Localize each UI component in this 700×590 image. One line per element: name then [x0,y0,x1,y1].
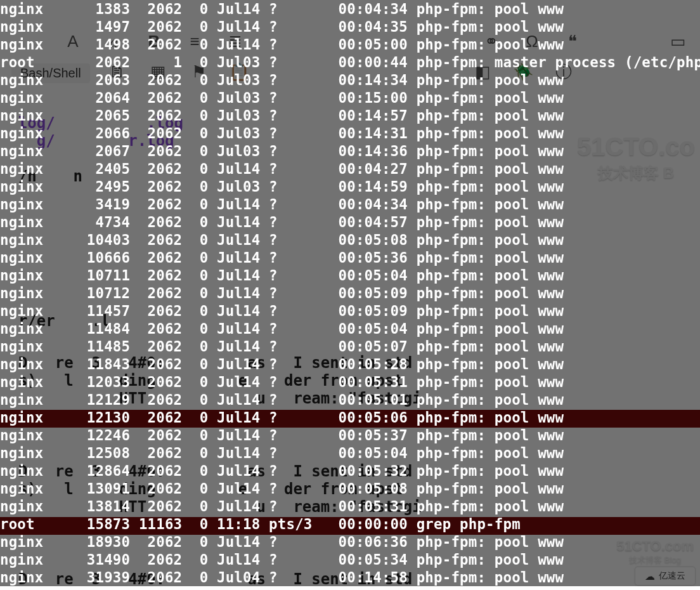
process-row: nginx 11843 2062 0 Jul14 ? 00:05:28 php-… [0,355,700,373]
process-row: nginx 12129 2062 0 Jul14 ? 00:05:01 php-… [0,391,700,409]
process-row: root 15873 11163 0 11:18 pts/3 00:00:00 … [0,515,700,533]
process-row: nginx 12508 2062 0 Jul14 ? 00:05:04 php-… [0,444,700,462]
process-row: root 2062 1 0 Jul03 ? 00:00:44 php-fpm: … [0,53,700,71]
process-row: nginx 18930 2062 0 Jul14 ? 00:06:36 php-… [0,533,700,551]
process-row: nginx 13814 2062 0 Jul14 ? 00:05:31 php-… [0,497,700,515]
process-row: nginx 1497 2062 0 Jul14 ? 00:04:35 php-f… [0,18,700,36]
process-row: nginx 12246 2062 0 Jul14 ? 00:05:37 php-… [0,426,700,444]
process-row: nginx 2405 2062 0 Jul14 ? 00:04:27 php-f… [0,160,700,178]
process-row: nginx 2064 2062 0 Jul03 ? 00:15:00 php-f… [0,89,700,107]
process-row: nginx 12033 2062 0 Jul14 ? 00:05:31 php-… [0,373,700,391]
process-row: nginx 10666 2062 0 Jul14 ? 00:05:36 php-… [0,249,700,266]
process-row: nginx 2495 2062 0 Jul03 ? 00:14:59 php-f… [0,178,700,195]
process-row: nginx 11484 2062 0 Jul14 ? 00:05:04 php-… [0,320,700,338]
process-row: nginx 2065 2062 0 Jul03 ? 00:14:57 php-f… [0,107,700,124]
process-row: nginx 10403 2062 0 Jul14 ? 00:05:08 php-… [0,231,700,249]
process-row: nginx 1498 2062 0 Jul14 ? 00:05:00 php-f… [0,36,700,53]
process-row: nginx 31490 2062 0 Jul14 ? 00:05:34 php-… [0,551,700,568]
process-row: nginx 2066 2062 0 Jul03 ? 00:14:31 php-f… [0,124,700,142]
process-row: nginx 13091 2062 0 Jul14 ? 00:05:08 php-… [0,480,700,497]
process-row: nginx 2067 2062 0 Jul03 ? 00:14:36 php-f… [0,142,700,160]
process-row: nginx 31939 2062 0 Jul04 ? 00:14:58 php-… [0,568,700,586]
process-row: nginx 2063 2062 0 Jul03 ? 00:14:34 php-f… [0,71,700,89]
process-row: nginx 1383 2062 0 Jul14 ? 00:04:34 php-f… [0,0,700,18]
process-row: nginx 12130 2062 0 Jul14 ? 00:05:06 php-… [0,409,700,426]
terminal-output[interactable]: nginx 1383 2062 0 Jul14 ? 00:04:34 php-f… [0,0,700,590]
process-row: nginx 10712 2062 0 Jul14 ? 00:05:09 php-… [0,284,700,302]
process-row: nginx 4734 2062 0 Jul14 ? 00:04:57 php-f… [0,213,700,231]
process-row: nginx 12864 2062 0 Jul14 ? 00:05:32 php-… [0,462,700,480]
process-row: nginx 3419 2062 0 Jul14 ? 00:04:34 php-f… [0,195,700,213]
process-row: nginx 11457 2062 0 Jul14 ? 00:05:09 php-… [0,302,700,320]
process-row: nginx 10711 2062 0 Jul14 ? 00:05:04 php-… [0,266,700,284]
process-row: nginx 11485 2062 0 Jul14 ? 00:05:07 php-… [0,338,700,355]
